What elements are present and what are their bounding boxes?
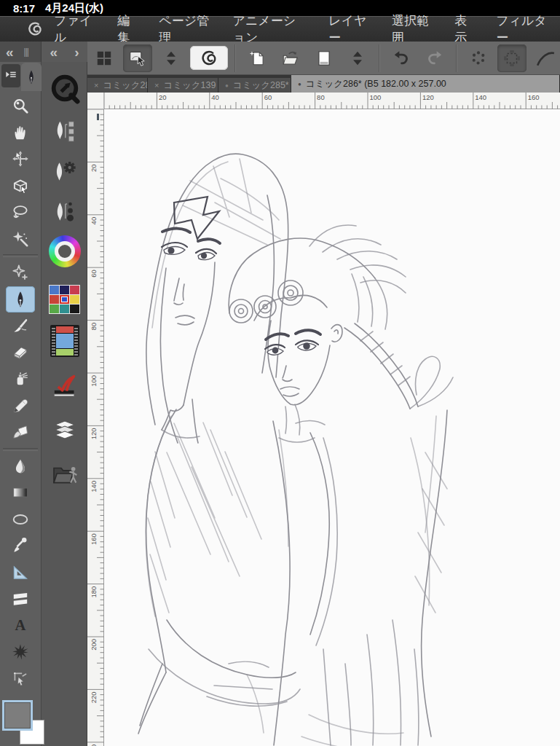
ruler-corner <box>87 93 104 109</box>
main-color-swatch[interactable] <box>2 700 33 731</box>
svg-text:120: 120 <box>422 93 434 101</box>
tool-fill[interactable] <box>6 419 35 446</box>
nib-dots-icon <box>50 197 79 226</box>
palette-color-set[interactable] <box>42 280 87 318</box>
tool-gradient[interactable] <box>6 479 35 506</box>
tool-pen[interactable] <box>6 286 35 313</box>
tool-frame-border[interactable] <box>6 586 35 613</box>
tool-lasso[interactable] <box>6 199 35 226</box>
film-icon <box>50 325 79 357</box>
tool-blend[interactable] <box>6 453 35 480</box>
document-tab-1[interactable]: ×コミック284 <box>87 78 148 93</box>
updown-icon <box>348 49 367 68</box>
toolbar-divider <box>234 44 236 72</box>
nib-gear-icon <box>50 157 79 186</box>
tool-auto-select[interactable] <box>6 226 35 253</box>
page-flip-button[interactable] <box>309 44 339 72</box>
tool-correct[interactable] <box>6 259 35 286</box>
workspace-grid-button[interactable] <box>90 44 119 72</box>
magnifier-icon <box>11 96 30 115</box>
pen-nib-icon[interactable] <box>21 63 42 91</box>
svg-text:80: 80 <box>317 93 325 101</box>
palette-tool-property[interactable] <box>42 152 87 190</box>
tool-ruler[interactable] <box>6 560 35 586</box>
palette-color-wheel[interactable] <box>42 232 87 270</box>
panel-menu-icon[interactable] <box>1 64 20 87</box>
open-file-button[interactable] <box>276 44 305 72</box>
check-icon <box>50 372 79 401</box>
tab-close-icon[interactable]: × <box>154 81 159 90</box>
tool-zoom[interactable] <box>6 93 35 119</box>
menu-bar: ファイル編集ページ管理アニメーションレイヤー選択範囲表示フィルター <box>0 16 560 42</box>
tab-close-icon[interactable]: × <box>94 81 98 90</box>
undo-button[interactable] <box>387 44 416 72</box>
page-stepper-button[interactable] <box>343 44 372 72</box>
tap-select-icon <box>128 49 147 68</box>
airbrush-icon <box>11 369 30 388</box>
tool-text[interactable]: A <box>6 613 35 640</box>
arc-icon <box>536 49 555 68</box>
touch-gesture-button[interactable] <box>464 44 493 72</box>
tool-move[interactable] <box>6 146 35 173</box>
material-icon <box>50 459 79 488</box>
collapse-left-button[interactable]: « <box>6 45 14 59</box>
tab-label: コミック284 <box>103 79 148 92</box>
csp-logo-icon[interactable] <box>26 20 44 39</box>
document-tab-4[interactable]: ●コミック286* (B5 182.00 x 257.00 <box>291 75 560 93</box>
tool-eyedropper[interactable] <box>6 533 35 560</box>
tool-hand[interactable] <box>6 119 35 146</box>
expand-right-button[interactable]: › <box>74 45 79 59</box>
svg-text:60: 60 <box>264 93 272 101</box>
palette-sub-tool[interactable] <box>42 112 87 150</box>
tool-line-correct[interactable] <box>6 666 35 693</box>
toolbar-divider <box>456 44 457 72</box>
tool-object[interactable] <box>6 173 35 200</box>
tool-eraser[interactable] <box>6 339 35 366</box>
palette-quick-access[interactable] <box>42 70 87 108</box>
csp-swirl-icon <box>200 49 218 68</box>
collapse-left-button-2[interactable]: « <box>50 45 58 59</box>
svg-text:60: 60 <box>90 270 98 278</box>
tool-airbrush[interactable] <box>6 366 35 393</box>
svg-text:A: A <box>15 617 26 633</box>
svg-text:100: 100 <box>90 375 98 387</box>
droplet-icon <box>11 457 30 476</box>
svg-text:20: 20 <box>90 164 98 172</box>
new-file-button[interactable] <box>242 44 272 72</box>
palette-auto-action[interactable] <box>42 367 87 405</box>
tool-group-divider <box>3 254 38 257</box>
redo-button[interactable] <box>420 44 449 72</box>
dots-icon <box>469 49 488 68</box>
tool-brush[interactable] <box>6 313 35 339</box>
tap-operation-button[interactable] <box>123 44 152 72</box>
tool-saturated-line[interactable] <box>6 639 35 666</box>
edge-tool-button[interactable] <box>531 44 560 72</box>
canvas[interactable] <box>104 109 560 746</box>
transform-launcher-button[interactable] <box>497 44 527 72</box>
color-swatches <box>0 696 51 746</box>
svg-text:140: 140 <box>90 481 98 492</box>
gradient-icon <box>11 483 30 502</box>
starburst-icon <box>11 643 30 661</box>
palette-material[interactable] <box>42 455 87 492</box>
document-tab-3[interactable]: ●コミック285* <box>218 78 291 93</box>
tool-pencil[interactable] <box>6 393 35 420</box>
palette-layer[interactable] <box>42 411 87 449</box>
tool-figure[interactable] <box>6 506 35 533</box>
move-icon <box>11 149 30 168</box>
palette-brush-size[interactable] <box>42 192 87 230</box>
line-correct-icon <box>11 670 30 688</box>
value-stepper-button[interactable] <box>157 44 186 72</box>
svg-text:160: 160 <box>528 93 540 101</box>
panel-collapse-strip-2: « › <box>42 42 87 62</box>
palette-timeline[interactable] <box>42 322 87 360</box>
clip-studio-button[interactable] <box>190 46 228 70</box>
document-tab-2[interactable]: ×コミック139 <box>148 78 218 93</box>
sparkle-icon <box>11 263 30 282</box>
panel-grip[interactable]: ||| <box>24 47 28 57</box>
hand-icon <box>11 123 30 142</box>
tab-label: コミック285* <box>233 79 289 92</box>
undo-icon <box>392 49 411 68</box>
tab-modified-dot: ● <box>225 82 229 89</box>
new-file-icon <box>248 49 267 68</box>
